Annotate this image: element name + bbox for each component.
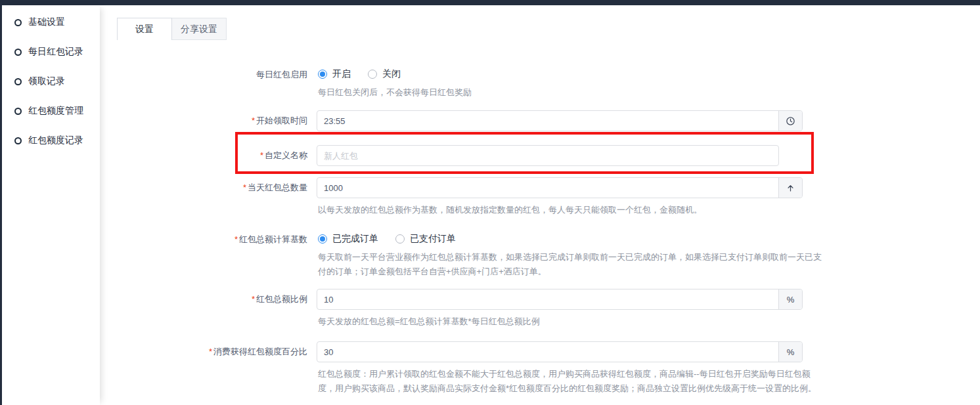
arrow-up-icon bbox=[786, 183, 795, 193]
custom-name-field bbox=[317, 145, 779, 166]
label-daily-enable: 每日红包启用 bbox=[169, 70, 307, 80]
radio-paid-orders[interactable] bbox=[395, 234, 405, 244]
help-calc-base: 每天取前一天平台营业额作为红包总额计算基数，如果选择已完成订单则取前一天已完成的… bbox=[318, 250, 824, 279]
radio-group-daily-enable: 开启 关闭 bbox=[318, 68, 418, 80]
start-time-input[interactable] bbox=[317, 111, 778, 131]
circle-icon bbox=[14, 78, 22, 85]
sidebar-item-label: 领取记录 bbox=[28, 75, 65, 87]
circle-icon bbox=[14, 108, 22, 115]
time-picker-button[interactable] bbox=[778, 111, 802, 131]
sidebar-item-claim-record[interactable]: 领取记录 bbox=[14, 75, 65, 88]
sidebar-item-quota-record[interactable]: 红包额度记录 bbox=[14, 134, 83, 147]
percent-suffix: % bbox=[778, 342, 802, 362]
help-consume-percent: 红包总额度：用户累计领取的红包金额不能大于红包总额度，用户购买商品获得红包额度，… bbox=[318, 367, 824, 396]
tab-share-settings[interactable]: 分享设置 bbox=[172, 18, 227, 40]
daily-count-field bbox=[317, 177, 803, 198]
clock-icon bbox=[786, 116, 795, 126]
custom-name-input[interactable] bbox=[317, 146, 778, 165]
radio-paid-orders-label[interactable]: 已支付订单 bbox=[410, 233, 456, 245]
consume-percent-field: % bbox=[317, 341, 803, 362]
radio-on-selected[interactable] bbox=[318, 70, 327, 79]
tab-settings[interactable]: 设置 bbox=[117, 18, 172, 40]
sidebar-item-basic-settings[interactable]: 基础设置 bbox=[14, 16, 65, 29]
radio-group-calc-base: 已完成订单 已支付订单 bbox=[318, 233, 473, 245]
radio-off[interactable] bbox=[368, 70, 377, 79]
total-ratio-input[interactable] bbox=[317, 289, 778, 309]
label-calc-base: 红包总额计算基数 bbox=[169, 234, 307, 245]
help-daily-enable: 每日红包关闭后，不会获得每日红包奖励 bbox=[318, 85, 472, 100]
sidebar-item-label: 红包额度管理 bbox=[28, 105, 83, 117]
daily-count-input[interactable] bbox=[317, 178, 778, 198]
radio-on-label[interactable]: 开启 bbox=[332, 68, 351, 80]
radio-completed-orders-label[interactable]: 已完成订单 bbox=[332, 233, 378, 245]
help-daily-count: 以每天发放的红包总额作为基数，随机发放指定数量的红包，每人每天只能领取一个红包，… bbox=[318, 203, 702, 217]
circle-icon bbox=[14, 137, 22, 144]
top-accent-bar bbox=[0, 0, 980, 5]
percent-suffix: % bbox=[778, 289, 802, 309]
stepper-up-button[interactable] bbox=[778, 178, 802, 198]
label-consume-percent: 消费获得红包额度百分比 bbox=[169, 347, 307, 357]
sidebar: 基础设置 每日红包记录 领取记录 红包额度管理 红包额度记录 bbox=[2, 5, 100, 405]
label-start-time: 开始领取时间 bbox=[169, 116, 307, 126]
consume-percent-input[interactable] bbox=[317, 342, 778, 362]
sidebar-item-quota-management[interactable]: 红包额度管理 bbox=[14, 104, 83, 117]
total-ratio-field: % bbox=[317, 289, 803, 310]
tab-bar: 设置 分享设置 bbox=[117, 18, 227, 40]
label-total-ratio: 红包总额比例 bbox=[169, 294, 307, 305]
label-custom-name: 自定义名称 bbox=[169, 150, 307, 161]
label-daily-count: 当天红包总数量 bbox=[169, 182, 307, 193]
circle-icon bbox=[14, 19, 22, 26]
help-total-ratio: 每天发放的红包总额=红包总额计算基数*每日红包总额比例 bbox=[318, 314, 540, 329]
circle-icon bbox=[14, 49, 22, 56]
sidebar-item-label: 红包额度记录 bbox=[28, 135, 83, 146]
sidebar-item-daily-redpacket-record[interactable]: 每日红包记录 bbox=[14, 45, 83, 58]
sidebar-item-label: 每日红包记录 bbox=[28, 46, 83, 58]
radio-completed-orders-selected[interactable] bbox=[318, 234, 327, 244]
sidebar-item-label: 基础设置 bbox=[28, 16, 65, 28]
radio-off-label[interactable]: 关闭 bbox=[382, 68, 401, 80]
start-time-field bbox=[317, 110, 803, 131]
app-window: 基础设置 每日红包记录 领取记录 红包额度管理 红包额度记录 设置 分享设置 每… bbox=[0, 0, 980, 405]
